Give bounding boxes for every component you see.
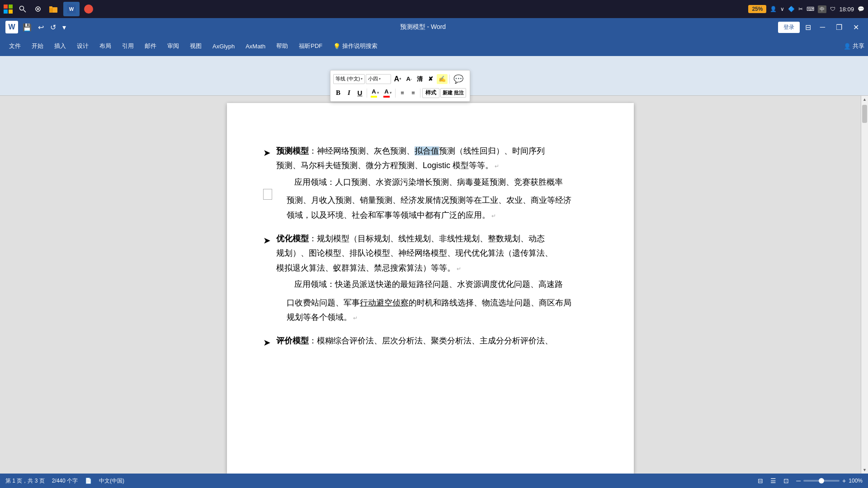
word-title-icon: W [5, 21, 18, 33]
colon-3: ： [309, 336, 317, 345]
zoom-control: ─ + 100% [795, 476, 863, 485]
italic-button[interactable]: I [344, 88, 354, 98]
web-layout-btn[interactable]: ☰ [769, 476, 777, 485]
lightbulb-icon: 💡 [333, 43, 340, 50]
font-color-stack: A [383, 88, 390, 98]
scroll-arrow-down[interactable]: ▼ [861, 466, 868, 474]
menu-references[interactable]: 引用 [117, 39, 139, 53]
menu-design[interactable]: 设计 [71, 39, 94, 53]
status-right: ⊟ ☰ ⊡ ─ + 100% [757, 476, 863, 485]
taskbar-notification-icon[interactable]: 💬 [858, 6, 864, 12]
clear-format-2[interactable]: ✘ [426, 74, 436, 84]
menu-foxitpdf[interactable]: 福昕PDF [293, 39, 328, 53]
record-button[interactable] [84, 5, 93, 14]
list2-button[interactable]: ≡ [408, 88, 418, 98]
bullet-arrow-2: ➤ [263, 232, 271, 249]
menu-axmath[interactable]: AxMath [240, 40, 271, 52]
menu-home[interactable]: 开始 [26, 39, 49, 53]
para-break-2: ↵ [455, 266, 461, 272]
highlighter-button[interactable]: ✍ [437, 74, 448, 84]
clear-format-button[interactable]: 清 [415, 74, 425, 84]
taskbar-expand-icon[interactable]: ∨ [780, 6, 784, 12]
svg-line-1 [24, 10, 26, 12]
taskbar-antivirus-icon: 🛡 [830, 6, 835, 12]
svg-rect-6 [49, 6, 52, 8]
highlight-color-bar [371, 96, 377, 98]
menu-axglyph[interactable]: AxGlyph [207, 40, 240, 52]
zoom-in-btn[interactable]: + [841, 476, 847, 485]
shrink-font-button[interactable]: A- [404, 74, 414, 84]
status-left: 第 1 页，共 3 页 2/440 个字 📄 中文(中国) [5, 477, 124, 485]
highlight-color-stack: A [371, 88, 377, 98]
windows-icon[interactable] [4, 5, 13, 14]
bold-button[interactable]: B [333, 88, 343, 98]
file-explorer-icon[interactable] [48, 4, 59, 14]
font-color-button[interactable]: A ▾ [382, 88, 393, 98]
menu-mailings[interactable]: 邮件 [139, 39, 162, 53]
link-evasion: 行动避空侦察 [360, 298, 409, 307]
taskbar-lang-icon[interactable]: 中 [818, 5, 826, 13]
text-before-selected: 神经网络预测、灰色预测、 [317, 146, 415, 155]
restore-button[interactable]: ❐ [832, 21, 846, 33]
font-name-label: 等线 (中文) [335, 75, 360, 82]
undo-quick-btn[interactable]: ↩ [36, 21, 46, 33]
taskbar-time: 18:09 [839, 6, 854, 13]
page-corner-indicator [263, 189, 272, 200]
operation-search-label: 操作说明搜索 [342, 42, 377, 50]
track-changes-icon[interactable]: 📄 [85, 478, 92, 484]
menu-search-area: 💡 操作说明搜索 [333, 42, 377, 50]
font-name-select[interactable]: 等线 (中文) ▾ [333, 74, 365, 84]
font-color-bar [383, 96, 390, 98]
share-label: 共享 [853, 42, 864, 50]
layout-icon[interactable]: ⊟ [803, 21, 813, 33]
bullet-item-evaluation: ➤ 评价模型：模糊综合评价法、层次分析法、聚类分析法、主成分分析评价法、 [263, 333, 598, 351]
share-button[interactable]: 👤 共享 [844, 42, 864, 50]
zoom-slider[interactable] [803, 480, 840, 482]
save-quick-btn[interactable]: 💾 [21, 21, 33, 33]
print-layout-btn[interactable]: ⊟ [757, 476, 764, 485]
quick-access-dropdown[interactable]: ▾ [61, 21, 68, 33]
battery-indicator: 25% [748, 5, 766, 13]
list-button[interactable]: ≡ [397, 88, 407, 98]
word-taskbar-app[interactable]: W [63, 2, 80, 16]
bullet-item-optimization: ➤ 优化模型：规划模型（目标规划、线性规划、非线性规划、整数规划、动态 规划）、… [263, 231, 598, 292]
menu-insert[interactable]: 插入 [49, 39, 71, 53]
grow-font-button[interactable]: A+ [392, 74, 403, 84]
login-button[interactable]: 登录 [778, 22, 800, 33]
search-taskbar-icon[interactable] [17, 4, 28, 14]
bullet-content-1: 预测模型：神经网络预测、灰色预测、拟合值预测（线性回归）、时间序列 预测、马尔科… [276, 144, 598, 189]
new-comment-button[interactable]: 新建 批注 [440, 88, 466, 98]
focus-btn[interactable]: ⊡ [783, 476, 790, 485]
opt-cont-text2: 规划等各个领域。 [287, 313, 352, 322]
minimize-button[interactable]: ─ [816, 21, 829, 33]
term-prediction: 预测模型 [276, 146, 309, 155]
underline-button[interactable]: U [355, 88, 365, 98]
highlight-a-label: A [372, 88, 376, 95]
style-button[interactable]: 样式 [422, 88, 439, 98]
indent-content-2: 应用领域：快递员派送快递的最短路径问题、水资源调度优化问题、高速路 [294, 277, 598, 291]
language-indicator[interactable]: 中文(中国) [99, 477, 124, 485]
pred-cont-text: 预测、月收入预测、销量预测、经济发展情况预测等在工业、农业、商业等经济 [287, 196, 571, 205]
menu-file[interactable]: 文件 [4, 39, 26, 53]
menu-layout[interactable]: 布局 [94, 39, 117, 53]
scroll-thumb[interactable] [862, 105, 867, 123]
opt-text: 规划模型（目标规划、线性规划、非线性规划、整数规划、动态 [317, 234, 545, 243]
close-button[interactable]: ✕ [849, 21, 863, 33]
menu-view[interactable]: 视图 [184, 39, 207, 53]
scrollbar-right[interactable]: ▲ ▼ [861, 96, 868, 474]
word-app-icon: W [67, 5, 76, 14]
redo-quick-btn[interactable]: ↺ [48, 21, 58, 33]
task-view-icon[interactable] [33, 4, 43, 14]
menu-review[interactable]: 审阅 [162, 39, 184, 53]
highlight-icon: ✍ [439, 75, 446, 82]
font-size-select[interactable]: 小四 ▾ [366, 74, 391, 84]
menu-help[interactable]: 帮助 [271, 39, 293, 53]
scroll-arrow-up[interactable]: ▲ [861, 96, 868, 103]
zoom-out-btn[interactable]: ─ [795, 476, 802, 485]
prediction-continuation: 预测、月收入预测、销量预测、经济发展情况预测等在工业、农业、商业等经济 领域，以… [287, 193, 598, 222]
comment-button[interactable]: 💬 [452, 74, 465, 84]
word-count: 2/440 个字 [52, 477, 78, 485]
highlight-color-button[interactable]: A ▾ [369, 88, 381, 98]
font-color-dropdown: ▾ [390, 91, 392, 95]
ft-row-2: B I U A ▾ A ▾ ≡ ≡ 样式 新建 批注 [333, 88, 467, 98]
